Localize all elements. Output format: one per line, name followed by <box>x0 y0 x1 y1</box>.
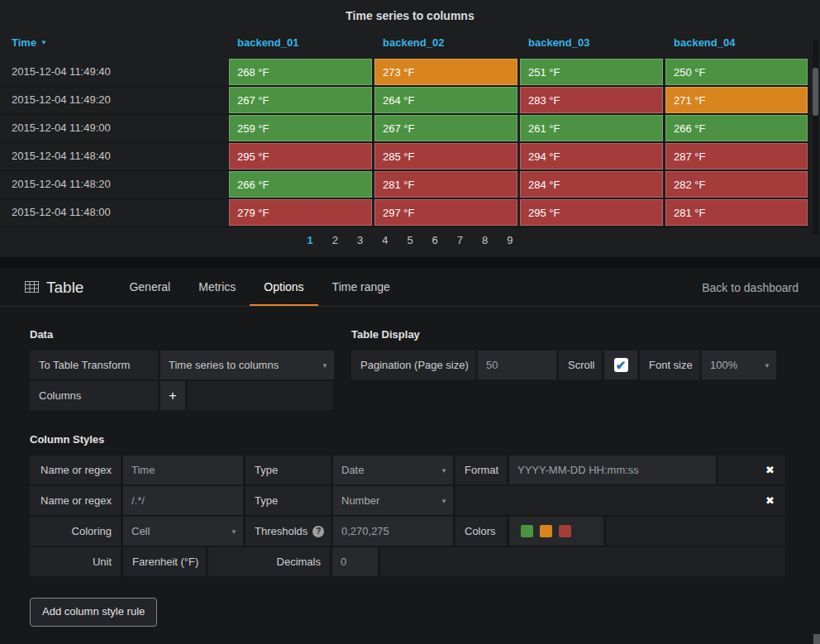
value-cell: 283 °F <box>520 87 663 113</box>
column-style-rule-unit: Unit Farenheit (°F) Decimals 0 <box>30 547 785 576</box>
page-number[interactable]: 8 <box>482 234 488 246</box>
table-row: 2015-12-04 11:49:00 259 °F 267 °F 261 °F… <box>0 114 820 142</box>
type-select[interactable]: Number▼ <box>333 486 453 515</box>
time-cell: 2015-12-04 11:49:40 <box>0 58 229 87</box>
grafana-page: Time series to columns Time▼ backend_01 … <box>0 0 820 644</box>
page-number[interactable]: 5 <box>407 234 412 246</box>
decimals-label: Decimals <box>208 547 330 576</box>
panel-title: Time series to columns <box>0 0 820 30</box>
pagination-size-input[interactable]: 50 <box>478 351 556 379</box>
value-cell: 271 °F <box>665 87 808 113</box>
chevron-down-icon: ▼ <box>231 518 237 546</box>
value-cell: 264 °F <box>374 87 517 113</box>
type-select[interactable]: Date▼ <box>333 456 453 484</box>
unit-select[interactable]: Farenheit (°F) <box>123 547 206 576</box>
help-icon[interactable]: ? <box>312 526 324 537</box>
column-header-backend-02[interactable]: backend_02 <box>374 30 520 58</box>
format-input[interactable]: YYYY-MM-DD HH:mm:ss <box>509 456 716 484</box>
time-cell: 2015-12-04 11:48:00 <box>0 198 229 227</box>
close-icon[interactable]: ✖ <box>765 465 775 475</box>
transform-select-value: Time series to columns <box>169 359 279 371</box>
value-cell: 281 °F <box>374 171 517 198</box>
row-filler <box>188 381 333 410</box>
editor-tabbar: Table General Metrics Options Time range… <box>0 269 820 307</box>
table-icon <box>25 279 39 297</box>
value-cell: 250 °F <box>665 59 808 85</box>
time-cell: 2015-12-04 11:49:00 <box>0 114 229 143</box>
chevron-down-icon: ▼ <box>441 487 447 515</box>
name-regex-input[interactable]: /.*/ <box>123 486 243 515</box>
color-swatch-green[interactable] <box>521 525 533 537</box>
coloring-select-value: Cell <box>131 525 150 537</box>
value-cell: 261 °F <box>520 115 663 141</box>
value-cell: 295 °F <box>520 199 663 226</box>
format-label: Format <box>455 456 507 484</box>
page-number[interactable]: 6 <box>432 234 438 246</box>
value-cell: 266 °F <box>229 171 372 198</box>
scrollbar-thumb[interactable] <box>813 68 818 116</box>
value-cell: 285 °F <box>374 143 517 169</box>
chevron-down-icon: ▼ <box>441 456 447 484</box>
checkbox-box[interactable]: ✔ <box>614 358 628 372</box>
column-style-rule-time: Name or regex Time Type Date▼ Format YYY… <box>30 456 785 484</box>
thresholds-label: Thresholds? <box>246 517 331 546</box>
page-number[interactable]: 2 <box>332 234 338 246</box>
page-number[interactable]: 3 <box>357 234 363 246</box>
value-cell: 284 °F <box>520 171 663 198</box>
type-label: Type <box>246 456 331 484</box>
column-header-backend-04[interactable]: backend_04 <box>665 30 810 58</box>
thresholds-input[interactable]: 0,270,275 <box>333 517 453 546</box>
back-to-dashboard-link[interactable]: Back to dashboard <box>702 281 799 294</box>
transform-select[interactable]: Time series to columns▼ <box>160 351 334 379</box>
page-number[interactable]: 4 <box>382 234 388 246</box>
close-icon[interactable]: ✖ <box>765 495 775 506</box>
value-cell: 267 °F <box>229 87 372 113</box>
chevron-down-icon: ▼ <box>764 351 770 379</box>
table-row: 2015-12-04 11:49:20 267 °F 264 °F 283 °F… <box>0 86 820 114</box>
tab-time-range[interactable]: Time range <box>318 269 404 306</box>
page-number[interactable]: 1 <box>307 234 312 246</box>
page-number[interactable]: 7 <box>457 234 463 246</box>
color-swatch-orange[interactable] <box>540 525 552 537</box>
thresholds-label-text: Thresholds <box>255 525 308 537</box>
value-cell: 279 °F <box>229 199 372 226</box>
tab-metrics[interactable]: Metrics <box>184 269 250 306</box>
value-cell: 273 °F <box>374 59 517 85</box>
table-row: 2015-12-04 11:48:20 266 °F 281 °F 284 °F… <box>0 170 820 198</box>
scroll-label: Scroll <box>559 351 602 379</box>
font-size-select[interactable]: 100%▼ <box>702 351 776 379</box>
row-filler: ✖ <box>718 456 785 484</box>
time-cell: 2015-12-04 11:48:20 <box>0 170 229 199</box>
table-row: 2015-12-04 11:48:00 279 °F 297 °F 295 °F… <box>0 198 820 227</box>
table-scrollbar[interactable] <box>813 40 818 235</box>
chevron-down-icon: ▼ <box>322 351 328 379</box>
value-cell: 295 °F <box>229 143 372 169</box>
column-header-backend-03[interactable]: backend_03 <box>520 30 665 58</box>
page-scrollbar-thumb[interactable] <box>813 634 820 644</box>
page-number[interactable]: 9 <box>507 234 512 246</box>
tab-general[interactable]: General <box>115 269 184 306</box>
column-header-backend-01[interactable]: backend_01 <box>229 30 374 58</box>
value-cell: 297 °F <box>374 199 517 226</box>
scroll-checkbox[interactable]: ✔ <box>604 351 637 379</box>
table-display-heading: Table Display <box>351 328 785 341</box>
value-cell: 287 °F <box>665 143 808 169</box>
time-cell: 2015-12-04 11:48:40 <box>0 142 229 171</box>
add-column-style-rule-button[interactable]: Add column style rule <box>30 598 157 627</box>
column-style-rule-number: Name or regex /.*/ Type Number▼ ✖ <box>30 486 785 515</box>
panel-type-label: Table <box>46 279 83 297</box>
color-swatch-red[interactable] <box>559 525 571 537</box>
type-label: Type <box>246 486 331 515</box>
column-header-time[interactable]: Time▼ <box>0 30 229 58</box>
decimals-input[interactable]: 0 <box>332 547 378 576</box>
row-filler: ✖ <box>455 486 785 515</box>
tab-options[interactable]: Options <box>250 269 317 306</box>
unit-label: Unit <box>30 547 121 576</box>
name-regex-input[interactable]: Time <box>123 456 243 484</box>
name-regex-label: Name or regex <box>30 456 121 484</box>
data-section: Data To Table Transform Time series to c… <box>30 307 333 412</box>
columns-label: Columns <box>30 381 158 410</box>
table-display-section: Table Display Pagination (Page size) 50 … <box>351 307 785 412</box>
add-column-button[interactable]: + <box>160 381 185 410</box>
coloring-select[interactable]: Cell▼ <box>123 517 243 546</box>
